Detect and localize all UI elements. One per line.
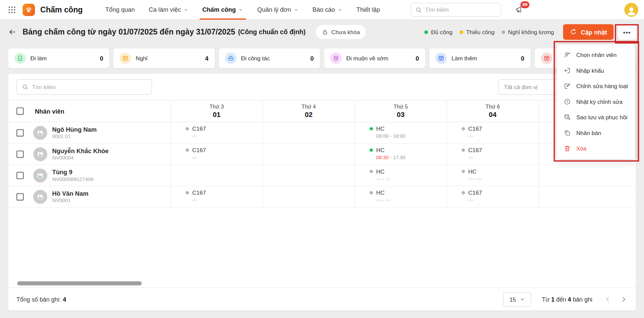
import-icon: [563, 67, 571, 74]
nav-item-2[interactable]: Chấm công: [195, 0, 250, 19]
update-button-label: Cập nhật: [581, 28, 607, 36]
employee-code: NV00004: [52, 155, 108, 161]
attendance-cell[interactable]: C167-:-: [170, 143, 262, 164]
attendance-cell[interactable]: HC-:- - -:-: [354, 186, 446, 207]
nav-item-5[interactable]: Thiết lập: [349, 0, 387, 19]
row-checkbox[interactable]: [16, 193, 24, 200]
select-all-checkbox[interactable]: [16, 108, 24, 115]
next-page-button[interactable]: [618, 294, 628, 304]
status-legend: Đủ côngThiếu côngNghỉ không lương: [425, 29, 554, 36]
employee-avatar: [33, 147, 47, 161]
lock-status-pill[interactable]: Chưa khóa: [316, 25, 366, 39]
main-nav: Tổng quanCa làm việcChấm côngQuản lý đơn…: [98, 0, 387, 19]
attendance-cell[interactable]: [262, 186, 354, 207]
attendance-cell[interactable]: C167-:-: [170, 122, 262, 143]
menu-item-label: Nhập khẩu: [576, 67, 604, 74]
summary-card-0[interactable]: Đi làm0: [8, 48, 109, 68]
shift-line: HC: [462, 168, 539, 175]
page-size-select[interactable]: 15: [503, 292, 531, 307]
app-grid-icon[interactable]: [7, 5, 16, 14]
back-arrow-icon[interactable]: [8, 28, 16, 36]
summary-card-3[interactable]: Đi muộn về sớm0: [324, 48, 425, 68]
ellipsis-icon: •••: [623, 28, 631, 36]
more-options-menu: Chọn nhân viênNhập khẩuChỉnh sửa hàng lo…: [557, 44, 635, 159]
menu-item-1[interactable]: Nhập khẩu: [557, 63, 635, 78]
attendance-cell[interactable]: [262, 122, 354, 143]
prev-page-button[interactable]: [603, 294, 613, 304]
employee-column-label: Nhân viên: [35, 108, 64, 115]
attendance-cell[interactable]: [262, 165, 354, 186]
weekday-label: Thứ 3: [209, 104, 224, 110]
menu-item-2[interactable]: Chỉnh sửa hàng loạt: [557, 78, 635, 94]
summary-card-count: 0: [310, 55, 314, 62]
shift-line: HC: [370, 147, 447, 153]
app-title: Chấm công: [40, 5, 83, 14]
menu-item-4[interactable]: Sao lưu và phục hồi: [557, 110, 635, 125]
shift-code: C167: [192, 126, 206, 132]
app-logo-timekeeping-icon[interactable]: [22, 3, 35, 16]
legend-label: Nghỉ không lương: [508, 29, 554, 36]
shift-line: HC: [370, 126, 447, 132]
employee-name: Ngô Hùng Nam: [52, 126, 97, 133]
attendance-cell[interactable]: [262, 143, 354, 164]
user-avatar[interactable]: [624, 3, 638, 17]
attendance-cell[interactable]: C167-:-: [446, 186, 538, 207]
employee-name: Hồ Văn Nam: [52, 190, 88, 197]
menu-item-5[interactable]: Nhân bản: [557, 125, 635, 141]
row-checkbox[interactable]: [16, 129, 24, 136]
table-row: Tùng 9NV000089127408HC-:- - -:-HC-:- - -…: [8, 165, 636, 186]
attendance-cell[interactable]: C167-:-: [446, 143, 538, 164]
status-dot: [370, 148, 373, 152]
global-search-input[interactable]: [425, 7, 497, 13]
attendance-cell[interactable]: HC08:30 - 17:30: [354, 143, 446, 164]
refresh-icon: [569, 28, 577, 36]
attendance-cell[interactable]: [170, 165, 262, 186]
menu-item-3[interactable]: Nhật ký chỉnh sửa: [557, 94, 635, 110]
bulk-edit-icon: [563, 82, 571, 90]
shift-code: C167: [468, 147, 482, 153]
more-options-button[interactable]: •••: [618, 24, 636, 40]
horizontal-scrollbar-thumb[interactable]: [17, 281, 142, 285]
row-checkbox[interactable]: [16, 172, 24, 179]
employee-header-cell: Nhân viên: [8, 101, 170, 122]
table-empty-area: [8, 207, 636, 281]
attendance-cell[interactable]: HC-:- - -:-: [446, 165, 538, 186]
shift-time: -:- - -:-: [376, 176, 446, 182]
update-button[interactable]: Cập nhật: [563, 24, 614, 40]
chevron-down-icon: [294, 7, 299, 12]
status-dot: [462, 191, 465, 194]
nav-item-4[interactable]: Báo cáo: [305, 0, 349, 19]
attendance-cell[interactable]: C167-:-: [446, 122, 538, 143]
menu-item-0[interactable]: Chọn nhân viên: [557, 47, 635, 63]
nav-item-1[interactable]: Ca làm việc: [142, 0, 195, 19]
legend-item-0: Đủ công: [425, 29, 452, 36]
briefcase-icon: [225, 53, 236, 64]
attendance-cell[interactable]: HC08:00 - 18:00: [354, 122, 446, 143]
nav-item-3[interactable]: Quản lý đơn: [250, 0, 305, 19]
nav-item-label: Quản lý đơn: [257, 6, 291, 13]
user-plus-icon: [563, 51, 571, 59]
table-search-input[interactable]: [32, 84, 146, 90]
summary-card-1[interactable]: Nghỉ4: [113, 48, 214, 68]
empty-cell: [539, 186, 636, 207]
shift-time: -:-: [468, 197, 538, 203]
nav-item-0[interactable]: Tổng quan: [98, 0, 142, 19]
menu-item-6[interactable]: Xóa: [557, 141, 635, 156]
employee-cell: Nguyễn Khắc KhỏeNV00004: [8, 143, 170, 164]
shift-time: -:-: [192, 133, 262, 139]
summary-card-2[interactable]: Đi công tác0: [219, 48, 320, 68]
attendance-cell[interactable]: C167-:-: [170, 186, 262, 207]
menu-item-label: Chọn nhân viên: [576, 52, 616, 58]
app-root: Chấm công Tổng quanCa làm việcChấm côngQ…: [0, 0, 644, 318]
notifications-button[interactable]: 89: [515, 5, 524, 14]
table-row: Nguyễn Khắc KhỏeNV00004C167-:-HC08:30 - …: [8, 143, 636, 165]
shift-time: -:- - -:-: [376, 197, 446, 203]
global-search: [411, 3, 501, 17]
row-checkbox[interactable]: [16, 150, 24, 158]
employee-code: 0001.01: [52, 134, 97, 139]
summary-card-4[interactable]: Làm thêm0: [429, 48, 530, 68]
attendance-cell[interactable]: HC-:- - -:-: [354, 165, 446, 186]
topbar: Chấm công Tổng quanCa làm việcChấm côngQ…: [0, 0, 644, 20]
time-segment: -:-: [192, 197, 197, 203]
legend-dot: [425, 30, 428, 34]
